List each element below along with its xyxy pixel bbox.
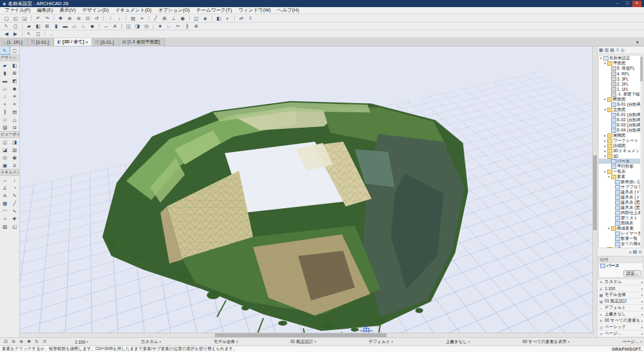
3d-filter-button[interactable]: ◐ xyxy=(224,15,232,21)
toolbox-section-document[interactable]: ドキュメント xyxy=(0,169,19,176)
menu-item[interactable]: 表示(V) xyxy=(56,7,79,14)
open-file-button[interactable]: ◰ xyxy=(12,15,20,21)
detail-tool[interactable]: ◎ xyxy=(0,153,10,161)
zoom-in-button[interactable]: ⊕ xyxy=(17,338,25,345)
object-tool[interactable]: ◆ xyxy=(10,84,19,92)
model-view-options-field[interactable]: ◎ ベーシック ▾ xyxy=(598,324,644,331)
column-tool[interactable]: ▮ xyxy=(0,69,10,77)
navigator-tree-item[interactable]: 建具表 (ドア)_寸法 xyxy=(599,195,640,200)
back-button[interactable]: ◀ xyxy=(3,31,11,37)
tree-expander-icon[interactable] xyxy=(599,56,603,60)
radial-dimension-tool[interactable]: ◔ xyxy=(10,184,19,191)
lamp-tool[interactable]: ☀ xyxy=(10,92,19,100)
menu-item[interactable]: オプション(O) xyxy=(155,7,193,14)
navigator-tree-item[interactable]: パース xyxy=(599,159,640,164)
pen-set-field[interactable]: カスタム ▾ xyxy=(141,339,161,345)
point-cloud-model[interactable] xyxy=(103,101,468,337)
magic-wand-button[interactable]: ★ xyxy=(156,23,165,30)
wall-tool[interactable]: ▰ xyxy=(0,61,10,69)
stair-tool[interactable]: ≡ xyxy=(10,100,19,108)
tree-expander-icon[interactable] xyxy=(607,175,610,179)
tab-layout-1-3[interactable]: ▤ [1.3 各階平面図] xyxy=(119,38,165,46)
navigator-tree-item[interactable]: 2. 2FL xyxy=(599,81,640,86)
navigator-tree-item[interactable]: -1. 基礎下端 xyxy=(599,92,640,97)
line-tool[interactable]: ╱ xyxy=(10,199,19,207)
group-toggle-button[interactable]: ◫ xyxy=(192,15,201,21)
guide-lines-button[interactable]: ╱ xyxy=(152,15,160,21)
window-tool-button[interactable]: ⊞ xyxy=(43,23,52,30)
section-tool-button[interactable]: ◫ xyxy=(125,23,133,30)
navigator-tree-item[interactable]: レイヤー別構成要素 xyxy=(599,231,640,236)
navigator-tree-item[interactable]: 3Dドキュメント xyxy=(599,148,640,153)
navigator-tree-item[interactable]: 1. 1FL xyxy=(599,86,640,92)
morph-tool[interactable]: ◇ xyxy=(0,115,10,123)
layout-book-icon[interactable]: ▤ xyxy=(610,48,614,53)
text-tool[interactable]: A xyxy=(0,191,10,199)
split-button[interactable]: ✂ xyxy=(174,23,183,30)
orbit-button[interactable]: ↻ xyxy=(33,338,41,345)
object-tool-button[interactable]: ◆ xyxy=(88,23,97,30)
curtain-wall-tool[interactable]: ▤ xyxy=(10,108,19,115)
tree-expander-icon[interactable] xyxy=(603,149,607,153)
view-map-icon[interactable]: ▥ xyxy=(605,48,609,53)
previous-zoom-button[interactable]: ↺ xyxy=(93,15,101,21)
canvas-horizontal-scrollbar[interactable] xyxy=(20,333,593,337)
close-button[interactable]: × xyxy=(632,1,641,7)
tree-expander-icon[interactable] xyxy=(603,108,607,112)
3d-viewport[interactable] xyxy=(20,46,597,337)
interior-elevation-tool[interactable]: ◪ xyxy=(0,146,10,153)
slab-tool[interactable]: ▱ xyxy=(0,84,10,92)
label-tool[interactable]: ✎ xyxy=(10,191,19,199)
settings-button[interactable]: 設定... xyxy=(623,270,641,277)
gravity-button[interactable]: ⊥ xyxy=(170,15,178,21)
navigator-tree-item[interactable]: 平面図 xyxy=(599,61,640,66)
zone-tool[interactable]: ▨ xyxy=(0,123,10,131)
camera-tool-button[interactable]: ◎ xyxy=(143,23,151,30)
navigator-tree-item[interactable]: 平行投影 xyxy=(599,164,640,169)
navigator-tree-item[interactable]: E-04 (自動再構築) xyxy=(599,128,640,133)
navigator-tree-item[interactable]: 建具表 (ドア) xyxy=(599,190,640,195)
navigator-tree-item[interactable]: E-02 (自動再構築) xyxy=(599,117,640,122)
navigator-tree-item[interactable]: S-01 (自動再構築) xyxy=(599,102,640,107)
door-tool[interactable]: ◧ xyxy=(10,61,19,69)
offset-button[interactable]: ∥ xyxy=(183,23,192,30)
project-map-icon[interactable]: ▦ xyxy=(599,48,603,53)
autogroup-button[interactable]: ◈ xyxy=(201,15,210,21)
navigator-tree-item[interactable]: 要素 xyxy=(599,174,640,179)
angle-dimension-tool[interactable]: ∠ xyxy=(0,184,10,191)
search-icon[interactable]: ⊙ xyxy=(638,249,642,255)
scale-field[interactable]: ∠ 1:100 ▾ xyxy=(598,286,644,292)
menu-item[interactable]: ウィンドウ(W) xyxy=(235,7,274,14)
level-dimension-tool[interactable]: ↕ xyxy=(10,176,19,184)
navigator-tree-item[interactable]: 壁リスト xyxy=(599,215,640,220)
scrollbar-thumb[interactable] xyxy=(640,57,643,81)
menu-item[interactable]: ドキュメント(D) xyxy=(112,7,154,14)
change-tool[interactable]: Δ xyxy=(10,161,19,169)
beam-tool-button[interactable]: ▬ xyxy=(61,23,70,30)
marquee-tool-button[interactable]: ◻ xyxy=(12,23,20,30)
undo-button[interactable]: ↶ xyxy=(34,15,43,21)
tree-expander-icon[interactable] xyxy=(607,226,610,230)
infobox-arrow-tool[interactable]: ↖ xyxy=(25,31,34,37)
navigator-tree-item[interactable]: 5. 塔屋FL xyxy=(599,66,640,71)
navigator-tree-item[interactable]: 詳細図 xyxy=(599,143,640,148)
zoom-out-button[interactable]: ⊖ xyxy=(10,338,17,345)
graphic-override-field[interactable]: ◐ 上書きなし ▾ xyxy=(598,311,644,318)
roof-tool-button[interactable]: ⌂ xyxy=(79,23,88,30)
maximize-button[interactable]: □ xyxy=(623,1,632,7)
window-tool[interactable]: ⊞ xyxy=(10,69,19,77)
arrow-tool[interactable]: ↖ xyxy=(0,46,10,54)
tab-close-icon[interactable]: × xyxy=(85,40,88,44)
marquee-tool[interactable]: ◻ xyxy=(10,46,19,54)
tab-overflow-button[interactable]: ▾ xyxy=(634,39,642,45)
tree-view-mode-icon[interactable]: ≡ xyxy=(629,250,631,255)
redo-button[interactable]: ↷ xyxy=(43,15,52,21)
section-tool[interactable]: ◫ xyxy=(0,138,10,146)
tree-expander-icon[interactable] xyxy=(603,144,607,148)
arrow-tool-button[interactable]: ↖ xyxy=(3,23,11,30)
navigator-tree-item[interactable]: 建具表 (窓) xyxy=(599,200,640,205)
navigator-tree-item[interactable]: 展開図 xyxy=(599,133,640,138)
toolbox-section-design[interactable]: デザイン xyxy=(0,54,19,61)
toolbox-section-viewpoint[interactable]: ビューポイント xyxy=(0,131,19,138)
navigator-tree-item[interactable]: 一覧表 xyxy=(599,169,640,174)
